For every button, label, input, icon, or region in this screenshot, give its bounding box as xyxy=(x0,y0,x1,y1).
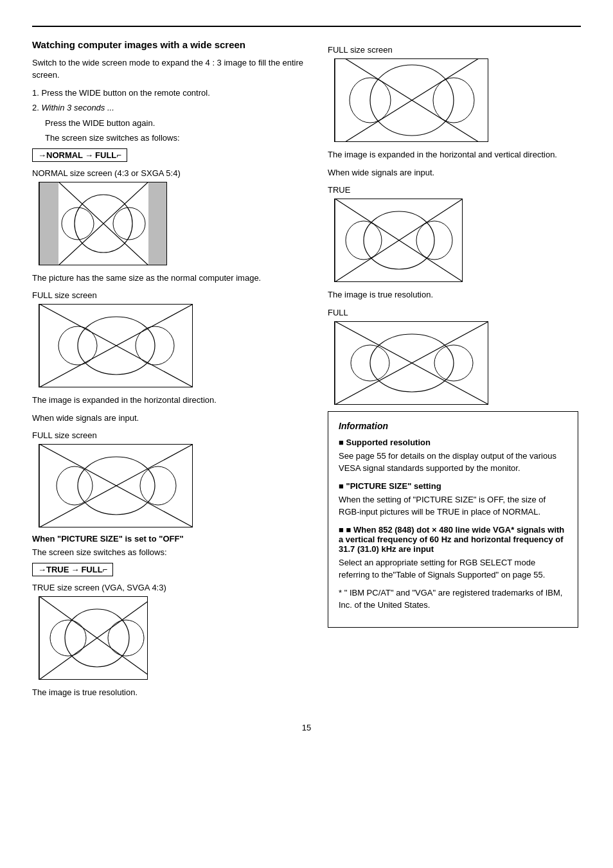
full-screen1-caption: The image is expanded in the horizontal … xyxy=(32,394,308,407)
normal-screen-label: NORMAL size screen (4:3 or SXGA 5:4) xyxy=(32,168,308,178)
info-section3-text: Select an appropriate setting for RGB SE… xyxy=(339,556,567,581)
top-border xyxy=(32,26,581,27)
info-footnote1: * " IBM PC/AT" and "VGA" are registered … xyxy=(339,587,567,612)
step-1-number: 1. xyxy=(32,88,41,98)
normal-screen-caption: The picture has the same size as the nor… xyxy=(32,272,308,285)
full-screen3-label: FULL size screen xyxy=(328,45,578,55)
page-number: 15 xyxy=(32,723,581,732)
when-picture-size-title: When "PICTURE SIZE" is set to "OFF" xyxy=(32,534,308,544)
true-screen-diagram xyxy=(39,596,148,680)
flow-box-2-arrow-left: → xyxy=(38,565,46,574)
full-screen2-svg xyxy=(39,444,192,527)
svg-rect-1 xyxy=(148,182,166,265)
true-caption: The image is true resolution. xyxy=(328,288,578,301)
true-svg xyxy=(335,199,462,282)
step-2-sub2: The screen size switches as follows: xyxy=(45,132,308,145)
flow-box-2: → TRUE → FULL ⌐ xyxy=(32,563,113,576)
right-column: FULL size screen The image is expanded i… xyxy=(328,39,578,704)
info-section2-text: When the setting of "PICTURE SIZE" is OF… xyxy=(339,493,567,518)
flow-box-2-arrow-right: ⌐ xyxy=(103,565,108,574)
full-screen1-diagram xyxy=(39,304,193,387)
step-2-sub1: Press the WIDE button again. xyxy=(45,117,308,130)
info-title: Information xyxy=(339,421,567,431)
page-title: Watching computer images with a wide scr… xyxy=(32,39,308,51)
flow-box-1-to: FULL xyxy=(95,150,116,160)
full-diagram xyxy=(334,321,488,405)
full-svg xyxy=(335,321,488,405)
true-label: TRUE xyxy=(328,185,578,195)
info-section2-title: "PICTURE SIZE" setting xyxy=(339,481,567,491)
true-screen-svg xyxy=(39,596,147,680)
info-box: Information Supported resolution See pag… xyxy=(328,411,578,628)
right-wide-signals: When wide signals are input. xyxy=(328,166,578,179)
when-picture-size-title-text: When "PICTURE SIZE" is set to "OFF" xyxy=(32,534,184,544)
page-number-text: 15 xyxy=(302,723,311,732)
info-section1-text: See page 55 for details on the display o… xyxy=(339,450,567,475)
true-screen-label: TRUE size screen (VGA, SVGA 4:3) xyxy=(32,583,308,592)
when-caption: The screen size switches as follows: xyxy=(32,546,308,559)
full-screen3-svg xyxy=(335,58,488,142)
flow-box-2-from: TRUE xyxy=(46,565,69,574)
flow-box-1: → NORMAL → FULL ⌐ xyxy=(32,148,127,162)
intro-text: Switch to the wide screen mode to expand… xyxy=(32,57,308,82)
flow-box-2-arrow: → xyxy=(71,565,79,574)
step-1-text: Press the WIDE button on the remote cont… xyxy=(41,88,209,98)
flow-box-1-from: NORMAL xyxy=(46,150,83,160)
info-section-3: ■ When 852 (848) dot × 480 line wide VGA… xyxy=(339,525,567,612)
step-1: 1. Press the WIDE button on the remote c… xyxy=(32,87,308,100)
true-diagram xyxy=(334,199,463,282)
full-screen3-diagram xyxy=(334,58,488,142)
full-screen1-label: FULL size screen xyxy=(32,290,308,300)
normal-screen-svg xyxy=(39,182,166,265)
info-section3-title: ■ When 852 (848) dot × 480 line wide VGA… xyxy=(339,525,567,554)
full-screen3-caption1: The image is expanded in the horizontal … xyxy=(328,148,578,161)
full-screen1-svg xyxy=(39,304,192,387)
info-section-1: Supported resolution See page 55 for det… xyxy=(339,438,567,475)
two-col-layout: Watching computer images with a wide scr… xyxy=(32,39,581,704)
info-section3-title-text: When 852 (848) dot × 480 line wide VGA* … xyxy=(339,525,564,554)
left-column: Watching computer images with a wide scr… xyxy=(32,39,308,704)
full-label: FULL xyxy=(328,308,578,317)
flow-box-1-arrow-left: → xyxy=(38,150,46,160)
flow-box-1-arrow-right: ⌐ xyxy=(116,150,121,160)
wide-signals-text: When wide signals are input. xyxy=(32,412,308,425)
info-section1-title: Supported resolution xyxy=(339,438,567,447)
normal-screen-diagram xyxy=(39,182,167,265)
svg-rect-23 xyxy=(39,596,147,680)
full-screen2-label: FULL size screen xyxy=(32,430,308,440)
step-2-text: Within 3 seconds ... xyxy=(41,103,114,112)
svg-rect-0 xyxy=(39,182,58,265)
true-screen-caption: The image is true resolution. xyxy=(32,686,308,699)
step-2-number: 2. xyxy=(32,103,41,112)
full-screen2-diagram xyxy=(39,444,193,527)
step-2: 2. Within 3 seconds ... xyxy=(32,102,308,114)
page: Watching computer images with a wide scr… xyxy=(0,0,613,868)
info-section-2: "PICTURE SIZE" setting When the setting … xyxy=(339,481,567,518)
step-2-sub: Press the WIDE button again. The screen … xyxy=(45,117,308,145)
flow-box-2-to: FULL xyxy=(81,565,102,574)
flow-box-1-arrow: → xyxy=(85,150,93,160)
